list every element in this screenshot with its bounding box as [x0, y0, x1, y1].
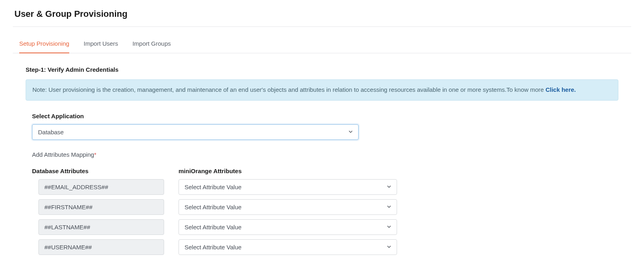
- tab-setup-provisioning[interactable]: Setup Provisioning: [19, 40, 69, 53]
- db-attribute-input[interactable]: [38, 179, 164, 195]
- mo-attribute-select[interactable]: Select Attribute Value: [179, 179, 397, 195]
- tab-import-groups[interactable]: Import Groups: [132, 40, 171, 53]
- note-box: Note: User provisioning is the creation,…: [26, 79, 618, 101]
- select-application[interactable]: Database: [32, 124, 359, 140]
- db-attribute-input[interactable]: [38, 199, 164, 215]
- step-heading: Step-1: Verify Admin Credentials: [26, 66, 618, 73]
- note-link[interactable]: Click here.: [546, 86, 576, 93]
- required-star: *: [94, 151, 96, 158]
- db-attribute-input[interactable]: [38, 239, 164, 255]
- db-attribute-input[interactable]: [38, 219, 164, 235]
- tab-import-users[interactable]: Import Users: [84, 40, 118, 53]
- select-application-label: Select Application: [32, 113, 618, 119]
- mo-attribute-select[interactable]: Select Attribute Value: [179, 239, 397, 255]
- miniorange-attributes-header: miniOrange Attributes: [179, 168, 397, 174]
- tabs: Setup Provisioning Import Users Import G…: [13, 40, 631, 53]
- page-title: User & Group Provisioning: [13, 0, 631, 27]
- database-attributes-header: Database Attributes: [32, 168, 164, 174]
- mo-attribute-select[interactable]: Select Attribute Value: [179, 199, 397, 215]
- mo-attribute-select[interactable]: Select Attribute Value: [179, 219, 397, 235]
- note-text: Note: User provisioning is the creation,…: [32, 86, 546, 93]
- attributes-mapping-label: Add Attributes Mapping*: [26, 151, 618, 158]
